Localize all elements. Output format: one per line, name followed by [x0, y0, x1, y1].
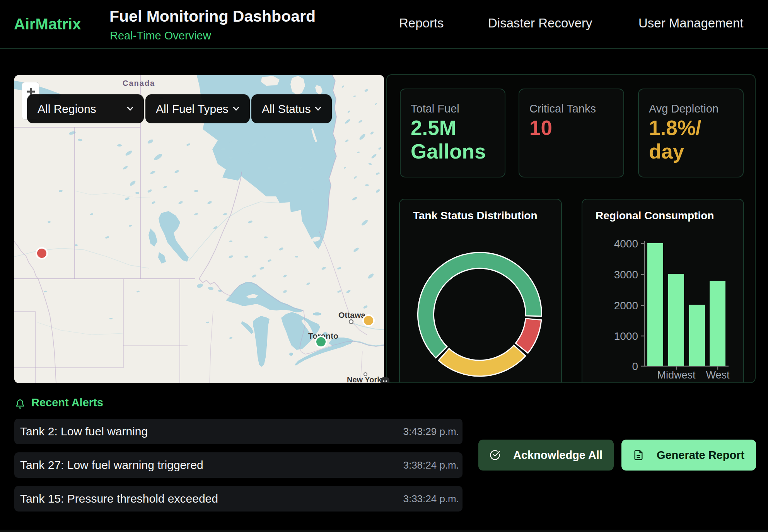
- svg-text:0: 0: [632, 360, 638, 372]
- svg-text:Ottawa: Ottawa: [338, 310, 365, 319]
- svg-text:New York: New York: [347, 375, 382, 383]
- svg-text:Canada: Canada: [123, 79, 155, 87]
- svg-text:West: West: [706, 369, 730, 381]
- svg-text:1000: 1000: [614, 330, 638, 342]
- svg-text:Midwest: Midwest: [657, 369, 696, 381]
- svg-text:4000: 4000: [614, 238, 638, 250]
- svg-text:3000: 3000: [614, 269, 638, 281]
- svg-text:2000: 2000: [614, 300, 638, 312]
